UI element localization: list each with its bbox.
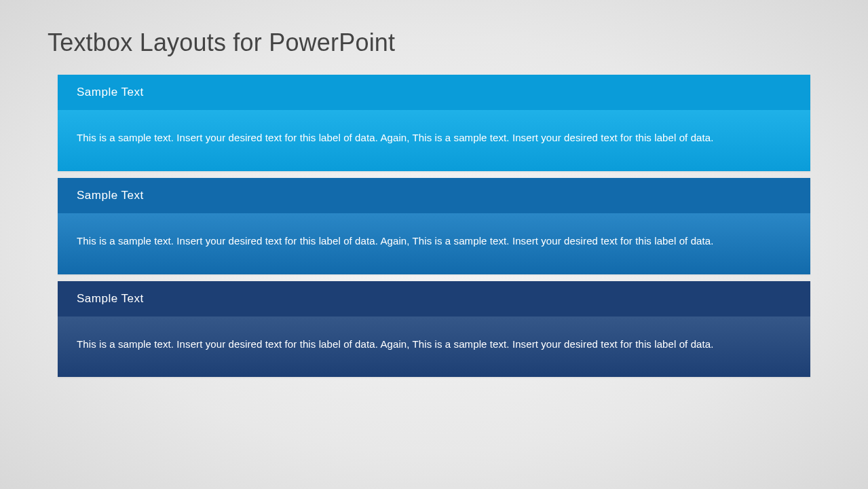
textbox-card-1: Sample Text This is a sample text. Inser…: [58, 75, 810, 171]
slide-title: Textbox Layouts for PowerPoint: [48, 29, 820, 57]
card-3-body: This is a sample text. Insert your desir…: [58, 316, 810, 378]
textbox-card-2: Sample Text This is a sample text. Inser…: [58, 178, 810, 274]
cards-container: Sample Text This is a sample text. Inser…: [58, 75, 810, 377]
card-1-header: Sample Text: [58, 75, 810, 110]
textbox-card-3: Sample Text This is a sample text. Inser…: [58, 281, 810, 378]
card-1-body: This is a sample text. Insert your desir…: [58, 110, 810, 171]
card-2-header: Sample Text: [58, 178, 810, 213]
card-3-header: Sample Text: [58, 281, 810, 316]
card-2-body: This is a sample text. Insert your desir…: [58, 213, 810, 274]
slide: Textbox Layouts for PowerPoint Sample Te…: [0, 0, 868, 489]
